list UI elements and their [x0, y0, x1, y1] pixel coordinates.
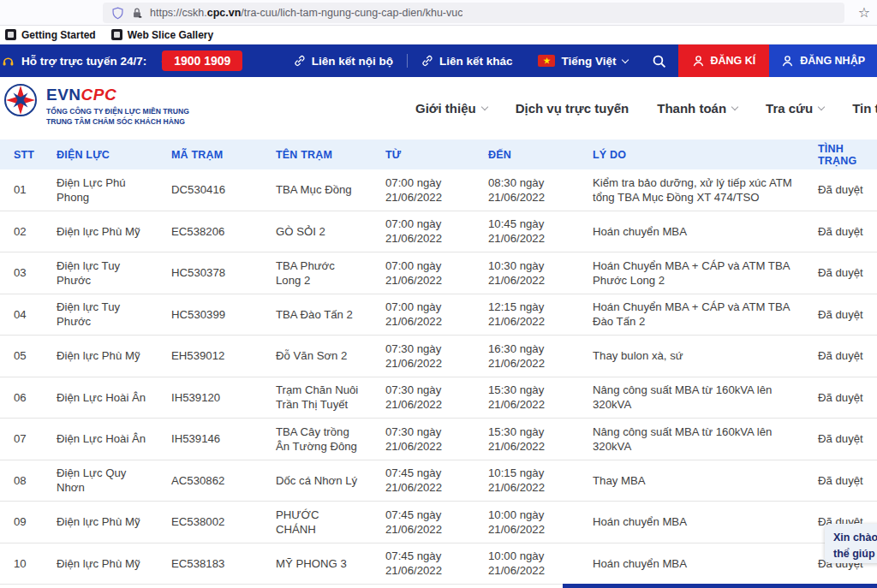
nav-item-tra-cuu[interactable]: Tra cứu: [766, 101, 824, 116]
cell-stt: 01: [0, 181, 48, 199]
chat-greeting-tooltip[interactable]: Xin chào! thể giúp g: [825, 524, 877, 563]
cell-tu: 07:45 ngày 21/06/2022: [377, 464, 480, 496]
logo-name: EVNCPC: [46, 86, 189, 103]
cell-tu: 07:00 ngày 21/06/2022: [377, 215, 480, 247]
search-icon: [652, 54, 666, 68]
cell-dien-luc: Điện lực Phù Mỹ: [48, 347, 163, 365]
url-bar[interactable]: https://cskh.cpc.vn/tra-cuu/lich-tam-ngu…: [103, 3, 844, 23]
bookmark-getting-started[interactable]: Getting Started: [5, 29, 96, 41]
link-icon: [421, 55, 433, 67]
cell-ma-tram: IH539120: [163, 389, 267, 407]
table-row[interactable]: 10 Điện lực Phù Mỹ EC538183 MỸ PHONG 3 0…: [0, 543, 877, 585]
nav-item-gioi-thieu[interactable]: Giới thiệu: [415, 101, 487, 116]
table-row[interactable]: 03 Điện lực Tuy Phước HC530378 TBA Phước…: [0, 252, 877, 294]
person-icon: [781, 55, 794, 68]
bookmark-star-icon[interactable]: ☆: [858, 3, 870, 22]
table-row[interactable]: 08 Điện Lực Quy Nhơn AC530862 Dốc cá Nhơ…: [0, 460, 877, 502]
cell-tinh-trang: Đã duyệt: [809, 181, 877, 199]
table-header-row: STTĐIỆN LỰCMÃ TRẠMTÊN TRẠMTỪĐẾNLÝ DOTÌNH…: [0, 140, 877, 169]
cell-stt: 06: [0, 389, 48, 407]
logo-taglines: TỔNG CÔNG TY ĐIỆN LỰC MIỀN TRUNG TRUNG T…: [46, 106, 189, 128]
main-nav: Giới thiệuDịch vụ trực tuyếnThanh toánTr…: [415, 77, 877, 140]
cell-den: 10:00 ngày 21/06/2022: [480, 506, 584, 538]
cell-den: 15:30 ngày 21/06/2022: [480, 381, 584, 413]
cell-tu: 07:45 ngày 21/06/2022: [377, 506, 480, 538]
table-row[interactable]: 05 Điện lực Phù Mỹ EH539012 Đỗ Văn Sơn 2…: [0, 336, 877, 377]
other-links-label: Liên kết khác: [439, 55, 513, 68]
bookmark-label: Getting Started: [21, 29, 96, 41]
chevron-down-icon: [621, 56, 628, 62]
nav-item-label: Dịch vụ trực tuyến: [516, 101, 629, 116]
cell-tinh-trang: Đã duyệt: [809, 347, 877, 365]
cell-tu: 07:45 ngày 21/06/2022: [377, 547, 480, 579]
cell-ten-tram: Dốc cá Nhơn Lý: [267, 472, 377, 490]
hotline-badge[interactable]: 1900 1909: [162, 50, 242, 71]
internal-links-menu[interactable]: Liên kết nội bộ: [280, 55, 407, 68]
topbar-right: Liên kết nội bộ Liên kết khác ★ Tiếng Vi…: [280, 45, 877, 77]
chat-line-1: Xin chào!: [833, 530, 877, 546]
outage-table: STTĐIỆN LỰCMÃ TRẠMTÊN TRẠMTỪĐẾNLÝ DOTÌNH…: [0, 140, 877, 585]
bookmarks-bar: Getting Started Web Slice Gallery: [0, 26, 877, 45]
footer-strip: [563, 584, 877, 588]
table-row[interactable]: 02 Điện lực Phù Mỹ EC538206 GÒ SỎI 2 07:…: [0, 211, 877, 253]
register-button[interactable]: ĐĂNG KÍ: [678, 45, 770, 77]
support-block: Hỗ trợ trực tuyến 24/7: 1900 1909: [0, 50, 242, 71]
nav-item-dich-vu-truc-tuyen[interactable]: Dịch vụ trực tuyến: [516, 101, 629, 116]
cell-dien-luc: Điện Lực Hoài Ân: [48, 430, 163, 448]
cell-ly-do: Nâng công suất MBA từ 160kVA lên 320kVA: [584, 381, 809, 413]
cell-ten-tram: TBA Mục Đồng: [267, 181, 377, 199]
cell-ly-do: Kiểm tra bảo dưỡng, xử lý tiếp xúc ATM t…: [584, 174, 809, 206]
login-button[interactable]: ĐĂNG NHẬP: [769, 45, 877, 77]
cell-ma-tram: DC530416: [163, 181, 267, 199]
cell-ma-tram: HC530399: [163, 306, 267, 324]
cell-ly-do: Thay bulon xà, sứ: [584, 347, 809, 365]
cell-den: 15:30 ngày 21/06/2022: [480, 423, 584, 455]
other-links-menu[interactable]: Liên kết khác: [408, 55, 527, 68]
cell-den: 12:15 ngày 21/06/2022: [480, 298, 584, 330]
cell-ten-tram: TBA Cây trồng Ân Tường Đông: [267, 423, 377, 455]
person-icon: [692, 55, 705, 68]
nav-item-label: Tin tức: [852, 101, 877, 116]
bookmark-favicon: [111, 29, 122, 40]
cell-ma-tram: EH539012: [163, 347, 267, 365]
table-row[interactable]: 01 Điện Lực Phú Phong DC530416 TBA Mục Đ…: [0, 169, 877, 211]
language-label: Tiếng Việt: [561, 55, 616, 68]
cell-den: 10:45 ngày 21/06/2022: [480, 215, 584, 247]
bookmark-web-slice-gallery[interactable]: Web Slice Gallery: [111, 29, 214, 41]
internal-links-label: Liên kết nội bộ: [312, 55, 393, 68]
cell-ly-do: Hoán Chuyển MBA + CÁP và ATM TBA Phước L…: [584, 257, 809, 289]
evncpc-logo[interactable]: EVNCPC TỔNG CÔNG TY ĐIỆN LỰC MIỀN TRUNG …: [2, 81, 189, 128]
cell-ma-tram: AC530862: [163, 472, 267, 490]
nav-item-label: Giới thiệu: [415, 101, 476, 116]
nav-item-tin-tuc[interactable]: Tin tức: [852, 101, 877, 116]
cell-tinh-trang: Đã duyệt: [809, 223, 877, 241]
cell-ly-do: Nâng công suất MBA từ 160kVA lên 320kVA: [584, 423, 809, 455]
cell-dien-luc: Điện lực Tuy Phước: [48, 257, 163, 289]
cell-ma-tram: IH539146: [163, 430, 267, 448]
cell-ly-do: Hoán Chuyển MBA + CÁP và ATM TBA Đào Tấn…: [584, 298, 809, 330]
cell-tinh-trang: Đã duyệt: [809, 472, 877, 490]
search-button[interactable]: [640, 54, 678, 68]
language-selector[interactable]: ★ Tiếng Việt: [526, 55, 639, 68]
cell-ly-do: Hoán chuyển MBA: [584, 513, 809, 531]
cell-stt: 08: [0, 472, 48, 490]
cell-den: 10:00 ngày 21/06/2022: [480, 547, 584, 579]
nav-item-thanh-toan[interactable]: Thanh toán: [657, 101, 737, 116]
evn-star-logo-icon: [2, 81, 43, 128]
table-row[interactable]: 06 Điện Lực Hoài Ân IH539120 Trạm Chăn N…: [0, 377, 877, 419]
table-row[interactable]: 04 Điện lực Tuy Phước HC530399 TBA Đào T…: [0, 294, 877, 336]
lock-icon[interactable]: [131, 7, 143, 19]
site-header: EVNCPC TỔNG CÔNG TY ĐIỆN LỰC MIỀN TRUNG …: [0, 77, 877, 140]
cell-tu: 07:30 ngày 21/06/2022: [377, 423, 480, 455]
chevron-down-icon: [731, 103, 738, 110]
url-text[interactable]: https://cskh.cpc.vn/tra-cuu/lich-tam-ngu…: [150, 7, 462, 19]
shield-icon[interactable]: [111, 7, 124, 20]
column-header: ĐIỆN LỰC: [48, 149, 163, 161]
column-header: LÝ DO: [584, 149, 809, 161]
table-row[interactable]: 07 Điện Lực Hoài Ân IH539146 TBA Cây trồ…: [0, 419, 877, 460]
bookmark-label: Web Slice Gallery: [128, 29, 214, 41]
column-header: MÃ TRẠM: [163, 149, 267, 161]
support-label: Hỗ trợ trực tuyến 24/7:: [21, 55, 146, 68]
table-row[interactable]: 09 Điện lực Phù Mỹ EC538002 PHƯỚC CHÁNH …: [0, 502, 877, 543]
cell-ten-tram: Trạm Chăn Nuôi Trần Thị Tuyết: [267, 381, 377, 413]
